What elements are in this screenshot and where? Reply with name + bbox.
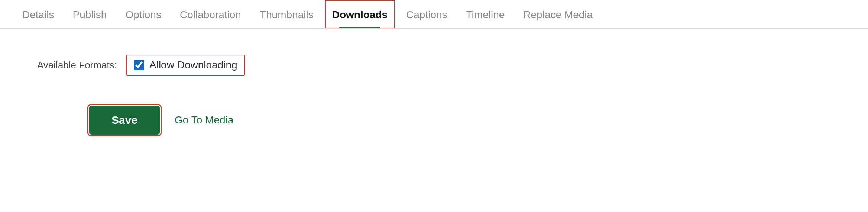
available-formats-row: Available Formats: Allow Downloading (15, 44, 853, 87)
allow-downloading-group: Allow Downloading (126, 55, 245, 76)
allow-downloading-checkbox[interactable] (134, 60, 144, 70)
content-area: Available Formats: Allow Downloading Sav… (0, 29, 868, 146)
tabs-nav: Details Publish Options Collaboration Th… (0, 0, 868, 29)
tab-thumbnails[interactable]: Thumbnails (252, 0, 321, 28)
tab-timeline[interactable]: Timeline (459, 0, 512, 28)
allow-downloading-label: Allow Downloading (149, 59, 237, 71)
tab-replace-media[interactable]: Replace Media (516, 0, 600, 28)
tab-details[interactable]: Details (15, 0, 62, 28)
tab-publish[interactable]: Publish (65, 0, 114, 28)
save-button[interactable]: Save (89, 106, 160, 135)
tab-downloads[interactable]: Downloads (325, 0, 395, 28)
tab-options[interactable]: Options (118, 0, 169, 28)
tab-collaboration[interactable]: Collaboration (172, 0, 249, 28)
tab-captions[interactable]: Captions (399, 0, 455, 28)
actions-row: Save Go To Media (15, 87, 853, 146)
go-to-media-link[interactable]: Go To Media (175, 114, 233, 126)
available-formats-label: Available Formats: (37, 60, 126, 71)
